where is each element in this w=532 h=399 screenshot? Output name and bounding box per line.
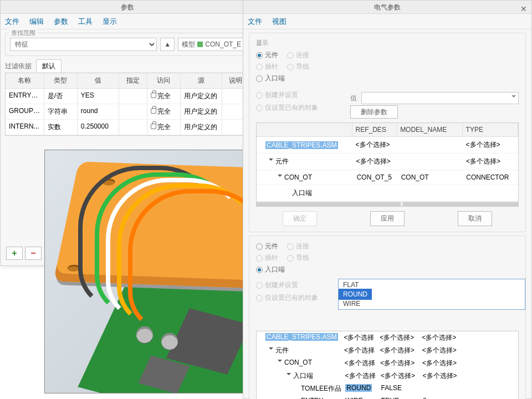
clamp-icon bbox=[136, 326, 153, 343]
col-assign[interactable]: 指定 bbox=[119, 73, 147, 88]
value-dropdown[interactable]: FLATROUNDWIRE bbox=[338, 279, 525, 310]
radio-入口端[interactable]: 入口端 bbox=[256, 74, 285, 83]
wire-orange bbox=[128, 189, 244, 333]
col-type[interactable]: 类型 bbox=[44, 73, 78, 88]
radio-仅设置已有的对象: 仅设置已有的对象 bbox=[256, 103, 318, 112]
pick-icon[interactable]: ▲ bbox=[160, 38, 175, 51]
chevron-down-icon bbox=[511, 95, 516, 100]
model-select[interactable]: 模型 CON_OT_E bbox=[178, 38, 245, 51]
radio-连接: 连接 bbox=[287, 50, 309, 60]
col-value[interactable]: 值 bbox=[78, 73, 120, 88]
parameters-menu: 文件 编辑 参数 工具 显示 bbox=[1, 14, 254, 29]
radio-仅设置已有的对象: 仅设置已有的对象 bbox=[256, 293, 318, 303]
radio-插针: 插针 bbox=[256, 62, 278, 71]
h-scrollbar[interactable] bbox=[257, 202, 518, 206]
lock-icon bbox=[151, 93, 156, 98]
search-scope-group: 查找范围 特征 ▲ 模型 CON_OT_E bbox=[5, 33, 250, 56]
tree-row[interactable]: CON_OT <多个选择<多个选择><多个选择> bbox=[257, 357, 518, 370]
tree-row[interactable]: TOMLEE作品 ROUNDFALSE bbox=[257, 382, 518, 395]
radio-元件[interactable]: 元件 bbox=[256, 242, 278, 251]
radio-元件[interactable]: 元件 bbox=[256, 50, 278, 60]
expand-icon[interactable] bbox=[269, 158, 273, 163]
menu-tools[interactable]: 工具 bbox=[78, 17, 93, 27]
menu-display[interactable]: 显示 bbox=[103, 17, 117, 27]
delete-param-button[interactable]: 删除参数 bbox=[350, 105, 398, 119]
radio-连接: 连接 bbox=[287, 242, 309, 251]
expand-icon[interactable] bbox=[269, 347, 273, 352]
value-label: 值 bbox=[350, 94, 357, 103]
value-combo[interactable] bbox=[361, 92, 519, 104]
radio-创建并设置: 创建并设置 bbox=[256, 280, 298, 290]
menu-params[interactable]: 参数 bbox=[54, 17, 68, 27]
col-access[interactable]: 访问 bbox=[147, 73, 181, 88]
tree-row[interactable]: CABLE_STRIPES.ASM <多个选择<多个选择><多个选择> bbox=[257, 331, 518, 344]
search-scope-label: 查找范围 bbox=[9, 29, 38, 37]
filter-label: 过滤依据 bbox=[5, 62, 32, 71]
tree-row[interactable]: CABLE_STRIPES.ASM <多个选择><多个选择> bbox=[257, 137, 518, 154]
lock-icon bbox=[151, 108, 156, 114]
search-scope-select[interactable]: 特征 bbox=[10, 38, 157, 51]
tree-row[interactable]: CON_OT CON_OT_5CON_OTCONNECTOR bbox=[257, 170, 518, 185]
tree-table-b: CABLE_STRIPES.ASM <多个选择<多个选择><多个选择> 元件 <… bbox=[256, 331, 519, 399]
table-row[interactable]: GROUPI...字符串round 完全 用户定义的 bbox=[6, 104, 249, 120]
table-row[interactable]: ENTRY_...是/否YES 完全 用户定义的 bbox=[6, 89, 249, 104]
radio-创建并设置: 创建并设置 bbox=[256, 90, 298, 100]
parameters-title: 参数 bbox=[1, 1, 254, 14]
ok-button-a[interactable]: 确定 bbox=[283, 211, 317, 226]
clamp-icon bbox=[161, 333, 178, 350]
radio-导线: 导线 bbox=[287, 253, 309, 263]
lock-icon bbox=[151, 124, 156, 129]
tree-row[interactable]: 入口端 <多个选择<多个选择><多个选择> bbox=[257, 370, 518, 382]
col-source[interactable]: 源 bbox=[181, 73, 223, 88]
menu-file[interactable]: 文件 bbox=[5, 17, 19, 27]
3d-viewport[interactable] bbox=[44, 150, 244, 393]
radio-导线: 导线 bbox=[287, 62, 309, 71]
expand-icon[interactable] bbox=[278, 360, 282, 364]
menu-edit[interactable]: 编辑 bbox=[29, 17, 44, 27]
dropdown-option[interactable]: WIRE bbox=[339, 298, 525, 309]
cancel-button-a[interactable]: 取消 bbox=[458, 211, 492, 226]
dropdown-option[interactable]: ROUND bbox=[339, 289, 372, 300]
tree-row[interactable]: 元件 <多个选择<多个选择><多个选择> bbox=[257, 344, 518, 357]
tree-table-a: REF_DES MODEL_NAME TYPE CABLE_STRIPES.AS… bbox=[256, 122, 519, 207]
radio-插针: 插针 bbox=[256, 253, 278, 263]
table-row[interactable]: INTERN...实数0.250000 完全 用户定义的 bbox=[6, 120, 249, 135]
radio-入口端[interactable]: 入口端 bbox=[256, 265, 285, 274]
menu-file-r[interactable]: 文件 bbox=[248, 17, 262, 27]
tree-row[interactable]: 元件 <多个选择><多个选择> bbox=[257, 154, 518, 170]
electrical-params-panel: 电气参数 ✕ 文件 视图 显示 元件连接插针导线入口端 创建并设置仅设置已有的对… bbox=[243, 0, 532, 399]
parameters-table: 名称 类型 值 指定 访问 源 说明 ENTRY_...是/否YES 完全 用户… bbox=[5, 73, 250, 136]
upper-section: 显示 元件连接插针导线入口端 创建并设置仅设置已有的对象 值 删除参数 REF_… bbox=[249, 33, 526, 232]
lower-section: 元件连接插针导线入口端 创建并设置仅设置已有的对象 值 ROUND CABLE_… bbox=[249, 236, 526, 399]
model-icon bbox=[197, 42, 203, 47]
filter-tab-default[interactable]: 默认 bbox=[36, 59, 62, 73]
electrical-title: 电气参数 bbox=[374, 1, 401, 14]
menu-view-r[interactable]: 视图 bbox=[272, 17, 287, 27]
tree-row[interactable]: 入口端 bbox=[257, 185, 518, 202]
remove-button[interactable]: − bbox=[25, 247, 42, 260]
expand-icon[interactable] bbox=[287, 373, 291, 377]
display-label: 显示 bbox=[256, 39, 519, 47]
close-icon[interactable]: ✕ bbox=[520, 2, 527, 16]
col-name[interactable]: 名称 bbox=[6, 73, 44, 88]
add-button[interactable]: + bbox=[6, 247, 23, 260]
expand-icon[interactable] bbox=[278, 175, 282, 179]
apply-button-a[interactable]: 应用 bbox=[370, 211, 405, 226]
tree-row[interactable]: ENTRY WIRETRUE0 bbox=[257, 395, 518, 399]
